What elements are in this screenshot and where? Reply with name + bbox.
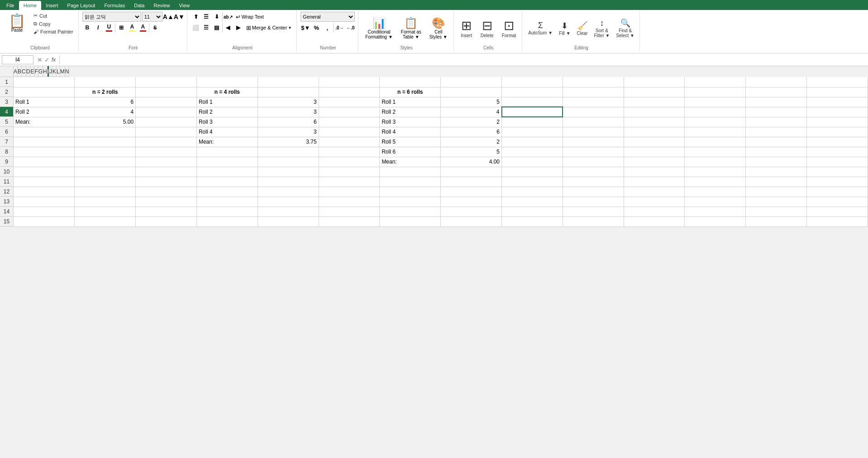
cell-f3[interactable]: [319, 97, 380, 107]
decrease-font-button[interactable]: A▼: [174, 12, 184, 22]
cell-k6[interactable]: [624, 127, 685, 137]
cell-b1[interactable]: [75, 77, 136, 87]
cell-b7[interactable]: [75, 137, 136, 147]
cell-d6[interactable]: Roll 4: [196, 127, 258, 137]
cell-h10[interactable]: [441, 167, 502, 177]
cell-g11[interactable]: [380, 177, 441, 187]
borders-button[interactable]: ⊞: [116, 23, 126, 33]
cell-m4[interactable]: [746, 107, 807, 117]
cell-e8[interactable]: [258, 147, 319, 157]
cell-d1[interactable]: [196, 77, 258, 87]
sort-filter-button[interactable]: ↕ Sort &Filter ▼: [591, 17, 612, 39]
cell-j1[interactable]: [563, 77, 624, 87]
cell-l3[interactable]: [685, 97, 746, 107]
insert-button[interactable]: ⊞ Insert: [458, 16, 476, 41]
format-painter-button[interactable]: 🖌 Format Painter: [31, 28, 76, 35]
cell-c14[interactable]: [136, 207, 197, 217]
cell-c13[interactable]: [136, 197, 197, 207]
cell-i5[interactable]: [502, 117, 563, 127]
clear-button[interactable]: 🧹 Clear: [575, 19, 590, 37]
font-color-button[interactable]: A: [138, 23, 148, 33]
cell-b12[interactable]: [75, 187, 136, 197]
delete-button[interactable]: ⊟ Delete: [477, 16, 497, 41]
cell-a14[interactable]: [14, 207, 75, 217]
row-header-13[interactable]: 13: [0, 197, 14, 207]
cell-f14[interactable]: [319, 207, 380, 217]
fill-button[interactable]: ⬇ Fill ▼: [557, 19, 572, 37]
align-right-button[interactable]: ▤: [212, 23, 222, 33]
cell-n12[interactable]: [807, 187, 868, 197]
cell-c5[interactable]: [136, 117, 197, 127]
row-header-10[interactable]: 10: [0, 167, 14, 177]
cell-n2[interactable]: [807, 87, 868, 97]
underline-button[interactable]: U: [104, 23, 114, 33]
cell-h7[interactable]: 2: [441, 137, 502, 147]
cell-styles-button[interactable]: 🎨 CellStyles ▼: [426, 15, 451, 41]
tab-insert[interactable]: Insert: [41, 1, 63, 10]
tab-formulas[interactable]: Formulas: [100, 1, 129, 10]
cell-j7[interactable]: [563, 137, 624, 147]
cell-k5[interactable]: [624, 117, 685, 127]
cell-f10[interactable]: [319, 167, 380, 177]
cell-c11[interactable]: [136, 177, 197, 187]
cell-g7[interactable]: Roll 5: [380, 137, 441, 147]
cell-a10[interactable]: [14, 167, 75, 177]
cell-e5[interactable]: 6: [258, 117, 319, 127]
italic-button[interactable]: I: [93, 23, 103, 33]
cell-f8[interactable]: [319, 147, 380, 157]
cell-e3[interactable]: 3: [258, 97, 319, 107]
tab-data[interactable]: Data: [129, 1, 149, 10]
cell-l11[interactable]: [685, 177, 746, 187]
cell-m8[interactable]: [746, 147, 807, 157]
cell-a13[interactable]: [14, 197, 75, 207]
col-header-a[interactable]: A: [14, 66, 18, 77]
cell-h8[interactable]: 5: [441, 147, 502, 157]
row-header-5[interactable]: 5: [0, 117, 14, 127]
cell-m13[interactable]: [746, 197, 807, 207]
cell-i13[interactable]: [502, 197, 563, 207]
cell-i15[interactable]: [502, 217, 563, 227]
cell-l14[interactable]: [685, 207, 746, 217]
cell-j4[interactable]: [563, 107, 624, 117]
cell-m2[interactable]: [746, 87, 807, 97]
cell-h2[interactable]: [441, 87, 502, 97]
cell-h12[interactable]: [441, 187, 502, 197]
cell-b6[interactable]: [75, 127, 136, 137]
copy-button[interactable]: ⧉ Copy: [31, 20, 76, 28]
row-header-7[interactable]: 7: [0, 137, 14, 147]
cell-a9[interactable]: [14, 157, 75, 167]
cell-k3[interactable]: [624, 97, 685, 107]
cell-c1[interactable]: [136, 77, 197, 87]
cell-d8[interactable]: [196, 147, 258, 157]
cell-i7[interactable]: [502, 137, 563, 147]
cell-c2[interactable]: [136, 87, 197, 97]
fill-color-button[interactable]: A: [127, 23, 137, 33]
cell-c8[interactable]: [136, 147, 197, 157]
cell-i8[interactable]: [502, 147, 563, 157]
cell-a8[interactable]: [14, 147, 75, 157]
cell-f13[interactable]: [319, 197, 380, 207]
row-header-1[interactable]: 1: [0, 77, 14, 87]
cell-a12[interactable]: [14, 187, 75, 197]
cell-f9[interactable]: [319, 157, 380, 167]
col-header-f[interactable]: F: [34, 66, 38, 77]
cell-c4[interactable]: [136, 107, 197, 117]
cell-f4[interactable]: [319, 107, 380, 117]
cell-f11[interactable]: [319, 177, 380, 187]
cell-k12[interactable]: [624, 187, 685, 197]
cell-j15[interactable]: [563, 217, 624, 227]
row-header-15[interactable]: 15: [0, 217, 14, 227]
cell-m10[interactable]: [746, 167, 807, 177]
increase-font-button[interactable]: A▲: [163, 12, 173, 22]
cell-f7[interactable]: [319, 137, 380, 147]
cell-b2[interactable]: n = 2 rolls: [75, 87, 136, 97]
cell-g6[interactable]: Roll 4: [380, 127, 441, 137]
cell-d12[interactable]: [196, 187, 258, 197]
cell-n9[interactable]: [807, 157, 868, 167]
cell-d15[interactable]: [196, 217, 258, 227]
cell-e9[interactable]: [258, 157, 319, 167]
cell-n15[interactable]: [807, 217, 868, 227]
cell-h4[interactable]: 4: [441, 107, 502, 117]
cell-c15[interactable]: [136, 217, 197, 227]
cell-g14[interactable]: [380, 207, 441, 217]
